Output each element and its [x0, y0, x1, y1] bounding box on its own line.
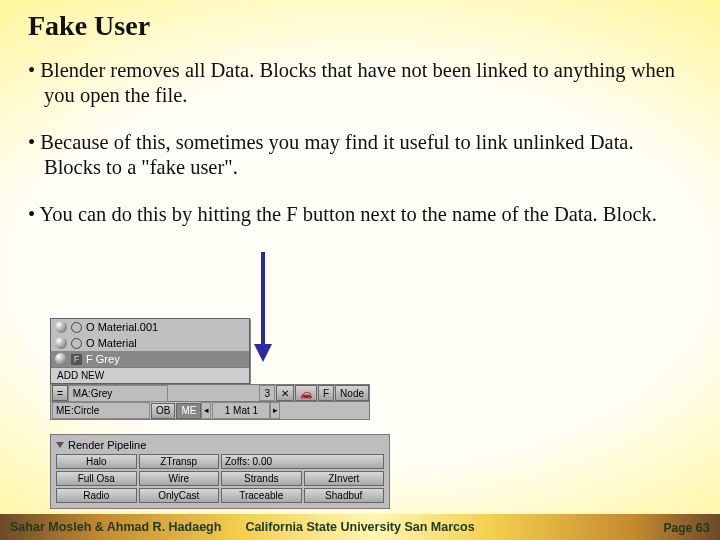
render-opt-button[interactable]: Strands: [221, 471, 302, 486]
fakeuser-f-button[interactable]: F: [318, 385, 334, 401]
dropdown-item[interactable]: O Material.001: [51, 319, 249, 335]
render-opt-button[interactable]: Radio: [56, 488, 137, 503]
dropdown-item-selected[interactable]: F F Grey: [51, 351, 249, 367]
datablock-o-icon: [71, 338, 82, 349]
render-opt-button[interactable]: Halo: [56, 454, 137, 469]
nodes-button[interactable]: Node: [335, 385, 369, 401]
updown-button[interactable]: =: [52, 385, 68, 401]
render-opt-button[interactable]: ZTransp: [139, 454, 220, 469]
footer-page: Page 63: [664, 520, 711, 535]
material-bar: = MA:Grey 3 ✕ 🚗 F Node: [50, 384, 370, 402]
dropdown-add-new[interactable]: ADD NEW: [51, 367, 249, 383]
render-opt-button[interactable]: Traceable: [221, 488, 302, 503]
render-pipeline-panel: Render Pipeline Halo ZTransp Zoffs: 0.00…: [50, 434, 390, 509]
ob-button[interactable]: OB: [151, 403, 175, 419]
x-button[interactable]: ✕: [276, 385, 294, 401]
footer-authors: Sahar Mosleh & Ahmad R. Hadaegh: [10, 520, 221, 534]
mesh-name-field[interactable]: ME:Circle: [52, 402, 150, 419]
footer-university: California State University San Marcos: [245, 520, 474, 534]
slide-title: Fake User: [28, 10, 692, 42]
dropdown-item-label: O Material: [86, 337, 137, 349]
bullet-item: Because of this, sometimes you may find …: [28, 130, 692, 180]
material-sphere-icon: [55, 321, 67, 333]
material-sphere-icon: [55, 337, 67, 349]
slide-footer: Sahar Mosleh & Ahmad R. Hadaegh Californ…: [0, 514, 720, 540]
bullet-item: You can do this by hitting the F button …: [28, 202, 692, 227]
render-opt-value[interactable]: Zoffs: 0.00: [221, 454, 384, 469]
prev-button[interactable]: ◂: [201, 402, 211, 419]
material-sphere-icon: [55, 353, 67, 365]
next-button[interactable]: ▸: [270, 402, 280, 419]
collapse-icon: [56, 442, 64, 448]
render-opt-button[interactable]: Full Osa: [56, 471, 137, 486]
dropdown-item-label: O Material.001: [86, 321, 158, 333]
me-button-active[interactable]: ME: [176, 403, 201, 419]
render-opt-button[interactable]: OnlyCast: [139, 488, 220, 503]
fakeuser-f-icon: F: [71, 354, 82, 365]
users-count[interactable]: 3: [259, 385, 275, 401]
render-opt-button[interactable]: Shadbuf: [304, 488, 385, 503]
material-dropdown[interactable]: O Material.001 O Material F F Grey ADD N…: [50, 318, 250, 384]
dropdown-item[interactable]: O Material: [51, 335, 249, 351]
mesh-bar: ME:Circle OB ME ◂ 1 Mat 1 ▸: [50, 402, 370, 420]
car-icon[interactable]: 🚗: [295, 385, 317, 401]
render-opt-button[interactable]: Wire: [139, 471, 220, 486]
material-name-field[interactable]: MA:Grey: [68, 385, 168, 402]
dropdown-item-label: F Grey: [86, 353, 120, 365]
blender-ui-screenshot: O Material.001 O Material F F Grey ADD N…: [50, 318, 410, 509]
render-opt-button[interactable]: ZInvert: [304, 471, 385, 486]
panel-title[interactable]: Render Pipeline: [56, 439, 384, 451]
mat-index-field[interactable]: 1 Mat 1: [212, 402, 270, 419]
datablock-o-icon: [71, 322, 82, 333]
bullet-list: Blender removes all Data. Blocks that ha…: [28, 58, 692, 227]
bullet-item: Blender removes all Data. Blocks that ha…: [28, 58, 692, 108]
